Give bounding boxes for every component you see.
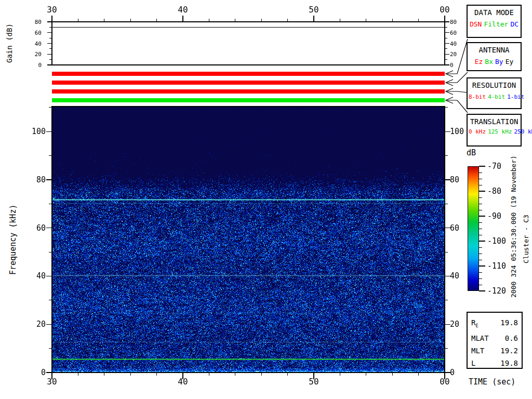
colorbar-tick-label: -100 [487, 236, 506, 246]
row-label: L [471, 357, 475, 369]
time-tick-label-top: 30 [47, 5, 57, 15]
gain-tick-label-right: 80 [450, 19, 457, 25]
wbd-spectrogram-page: Gain (dB) Frequency (kHz) DATA MODE DSNF… [0, 0, 532, 399]
status-bar-resolution [52, 89, 445, 94]
panel-antenna-options: EzBxByEy [468, 58, 521, 65]
panel-translation-options: 0 kHz125 kHz250 kHz500 kHz [468, 128, 521, 136]
gain-tick-label-left: 80 [10, 19, 42, 25]
gain-tick-label-left: 40 [10, 40, 42, 47]
status-bar-translation [52, 98, 445, 102]
colorbar-tick-label: -110 [487, 261, 506, 271]
time-axis-title: TIME (sec) [469, 377, 515, 387]
panel-translation-title: TRANSLATION [468, 117, 521, 126]
option-dsn: DSN [470, 20, 482, 28]
spacecraft-side-text: Cluster - C3 [522, 197, 530, 281]
time-tick-label-bottom: 00 [440, 377, 449, 387]
panel-resolution-title: RESOLUTION [468, 81, 521, 89]
row-label: MLAT [471, 332, 489, 344]
time-tick-label-bottom: 30 [47, 377, 57, 387]
colorbar-tick-label: -80 [487, 187, 501, 196]
row-value: 0.6 [505, 332, 518, 344]
row-value: 19.2 [500, 344, 518, 357]
colorbar-tick-label: -120 [487, 286, 506, 296]
option-by: By [495, 58, 503, 65]
freq-tick-label-left: 80 [15, 175, 46, 184]
panel-translation: TRANSLATION 0 kHz125 kHz250 kHz500 kHz [467, 114, 522, 147]
freq-tick-label-right: 80 [450, 175, 459, 184]
arrowhead [446, 88, 453, 95]
time-tick-label-top: 50 [309, 5, 318, 15]
table-row: RE 19.8 [471, 316, 518, 332]
ephemeris-table: RE 19.8 MLAT 0.6 MLT 19.2 L 19.8 [467, 312, 523, 369]
time-tick-label-bottom: 50 [309, 377, 318, 387]
gain-tick-label-right: 0 [450, 62, 454, 69]
arrow-antenna [447, 72, 468, 83]
colorbar [468, 166, 479, 291]
gain-tick-label-right: 60 [450, 29, 457, 36]
freq-tick-label-right: 40 [450, 271, 459, 281]
colorbar-tick-label: -90 [487, 211, 501, 221]
option-filter: Filter [484, 20, 508, 28]
freq-tick-label-left: 40 [15, 271, 46, 281]
panel-antenna: ANTENNA EzBxByEy [467, 42, 522, 71]
freq-tick-label-right: 60 [450, 223, 459, 233]
gain-tick-label-left: 20 [10, 51, 42, 58]
table-row: MLAT 0.6 [471, 332, 518, 344]
option-ez: Ez [475, 58, 483, 65]
panel-resolution: RESOLUTION 8-bit4-bit1-bit [467, 77, 522, 109]
panel-data-mode-options: DSNFilterDC [468, 20, 521, 28]
freq-tick-label-right: 20 [450, 320, 459, 329]
row-value: 19.8 [500, 316, 518, 332]
frequency-axis-title: Frequency (kHz) [7, 107, 19, 373]
table-row: L 19.8 [471, 357, 518, 369]
freq-tick-label-left: 100 [15, 127, 46, 136]
gain-plot [52, 22, 445, 65]
status-bar-data-mode [52, 72, 445, 76]
arrow-translation [447, 100, 468, 113]
spectrogram-canvas [52, 107, 445, 373]
table-row: MLT 19.2 [471, 344, 518, 357]
row-label: MLT [471, 344, 484, 357]
arrowhead [446, 79, 453, 86]
freq-tick-label-left: 60 [15, 223, 46, 233]
colorbar-tick-label: -70 [487, 162, 501, 171]
gain-tick-label-left: 60 [10, 29, 42, 36]
arrowhead [446, 97, 453, 103]
panel-resolution-options: 8-bit4-bit1-bit [468, 93, 521, 101]
freq-tick-label-right: 100 [450, 127, 464, 136]
option-250-khz: 250 kHz [514, 128, 532, 135]
freq-tick-label-left: 20 [15, 320, 46, 329]
freq-tick-label-left: 0 [15, 368, 46, 377]
option-1-bit: 1-bit [507, 94, 524, 100]
row-value: 19.8 [500, 357, 518, 369]
panel-antenna-title: ANTENNA [468, 46, 521, 54]
arrow-resolution [447, 91, 468, 92]
row-label: RE [471, 316, 478, 332]
option-125-khz: 125 kHz [488, 128, 512, 135]
gain-tick-label-right: 20 [450, 51, 457, 58]
time-tick-label-top: 40 [178, 5, 188, 15]
colorbar-title: dB [467, 148, 476, 157]
gain-tick-label-left: 0 [10, 62, 42, 69]
panel-data-mode-title: DATA MODE [468, 8, 521, 17]
option-8-bit: 8-bit [469, 94, 486, 100]
option-4-bit: 4-bit [488, 94, 505, 100]
time-tick-label-top: 00 [440, 5, 449, 15]
option-0-khz: 0 kHz [469, 128, 486, 135]
freq-tick-label-right: 0 [450, 368, 455, 377]
option-bx: Bx [485, 58, 493, 65]
time-tick-label-bottom: 40 [178, 377, 188, 387]
option-ey: Ey [506, 58, 514, 65]
gain-tick-label-right: 40 [450, 40, 457, 47]
panel-data-mode: DATA MODE DSNFilterDC [467, 5, 522, 38]
arrowhead [446, 71, 453, 77]
status-bar-antenna [52, 81, 445, 85]
timestamp-side-text: 2000 324 05:36:30.000 (19 November) [509, 152, 518, 301]
option-dc: DC [510, 20, 518, 28]
